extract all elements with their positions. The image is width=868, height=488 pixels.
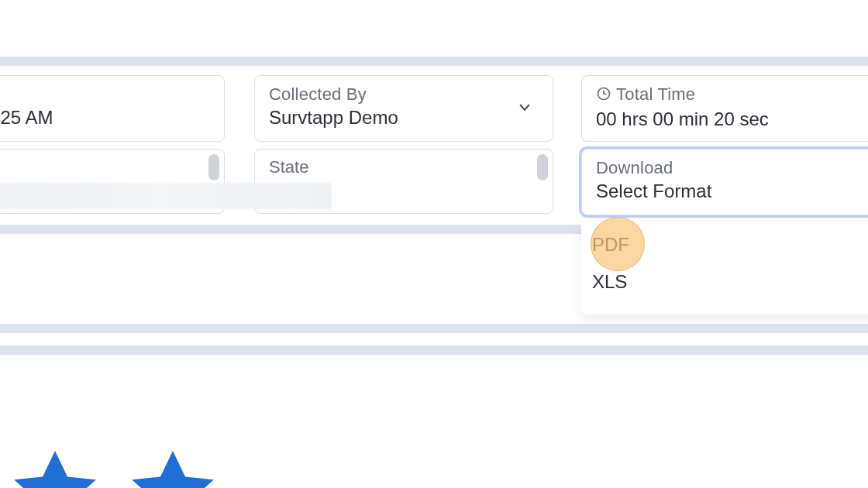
clock-icon bbox=[596, 86, 611, 105]
download-dropdown-menu: PDF XLS bbox=[581, 222, 868, 314]
divider bbox=[0, 225, 581, 234]
total-time-label: Total Time bbox=[596, 85, 868, 105]
top-blank-area bbox=[0, 0, 868, 57]
divider bbox=[0, 324, 868, 333]
date-value: -2023 11:25 AM bbox=[0, 107, 210, 129]
rating-area bbox=[0, 355, 868, 488]
total-time-card: Total Time 00 hrs 00 min 20 sec bbox=[581, 75, 868, 142]
divider bbox=[0, 345, 868, 355]
download-placeholder: Select Format bbox=[596, 180, 868, 202]
date-field[interactable]: r Date -2023 11:25 AM bbox=[0, 75, 225, 142]
collected-by-value: Survtapp Demo bbox=[269, 107, 539, 129]
divider bbox=[0, 57, 868, 66]
date-label: r Date bbox=[0, 85, 210, 104]
download-label: Download bbox=[596, 159, 868, 177]
redacted-strip bbox=[0, 183, 332, 209]
scrollbar-thumb[interactable] bbox=[537, 154, 548, 180]
download-option-pdf[interactable]: PDF bbox=[581, 226, 868, 263]
total-time-label-text: Total Time bbox=[616, 84, 695, 104]
star-icon[interactable] bbox=[122, 440, 223, 488]
download-dropdown[interactable]: Download Select Format bbox=[581, 149, 868, 215]
chevron-down-icon bbox=[517, 99, 532, 115]
scrollbar-thumb[interactable] bbox=[208, 154, 219, 180]
collected-by-label: Collected By bbox=[269, 85, 539, 104]
collected-by-dropdown[interactable]: Collected By Survtapp Demo bbox=[254, 75, 553, 142]
star-icon[interactable] bbox=[5, 440, 105, 488]
download-option-xls[interactable]: XLS bbox=[581, 263, 868, 301]
total-time-value: 00 hrs 00 min 20 sec bbox=[596, 108, 868, 130]
state-label: State bbox=[269, 157, 539, 177]
